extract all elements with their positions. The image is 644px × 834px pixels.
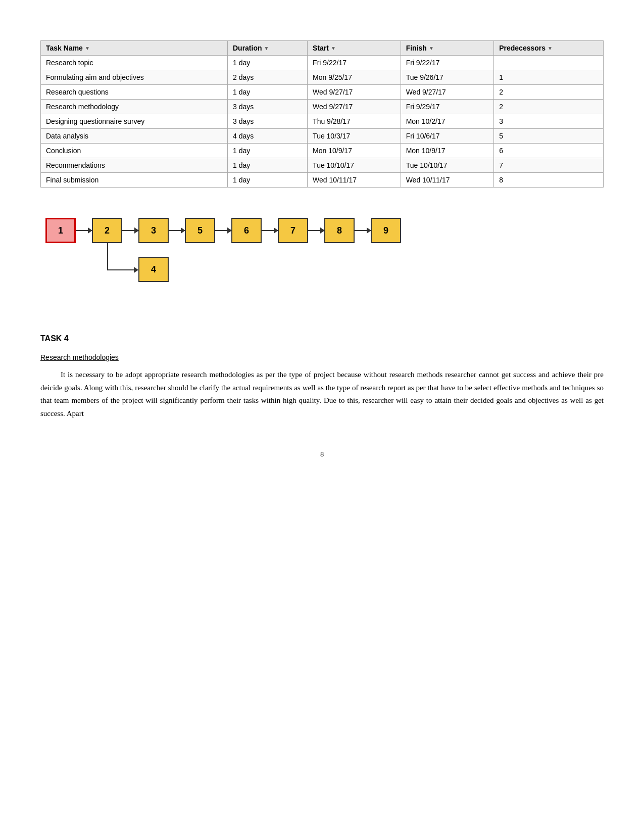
table-cell-start: Tue 10/10/17 — [308, 158, 401, 173]
table-cell-finish: Fri 9/22/17 — [401, 56, 494, 70]
table-cell-duration: 1 day — [227, 85, 307, 100]
table-cell-finish: Wed 9/27/17 — [401, 85, 494, 100]
table-cell-predecessors: 2 — [494, 85, 604, 100]
task-4-title: TASK 4 — [40, 334, 604, 343]
table-cell-predecessors: 8 — [494, 173, 604, 188]
table-cell-start: Wed 9/27/17 — [308, 85, 401, 100]
table-row: Designing questionnaire survey3 daysThu … — [41, 114, 604, 129]
network-node-8: 8 — [324, 218, 355, 243]
table-cell-task_name: Research methodology — [41, 100, 228, 114]
network-node-2: 2 — [92, 218, 122, 243]
table-cell-predecessors: 1 — [494, 70, 604, 85]
table-cell-finish: Mon 10/2/17 — [401, 114, 494, 129]
table-cell-predecessors: 6 — [494, 144, 604, 158]
branch-arrow-head — [134, 267, 138, 273]
sort-arrow-duration: ▼ — [264, 45, 269, 51]
table-cell-task_name: Research questions — [41, 85, 228, 100]
table-cell-finish: Tue 10/10/17 — [401, 158, 494, 173]
network-node-7: 7 — [278, 218, 308, 243]
network-node-1: 1 — [45, 218, 76, 243]
table-cell-start: Mon 9/25/17 — [308, 70, 401, 85]
sort-arrow-pred: ▼ — [548, 45, 553, 51]
table-cell-finish: Tue 9/26/17 — [401, 70, 494, 85]
table-cell-duration: 1 day — [227, 173, 307, 188]
table-cell-duration: 1 day — [227, 144, 307, 158]
table-cell-predecessors: 3 — [494, 114, 604, 129]
task-table: Task Name ▼ Duration ▼ Start ▼ — [40, 40, 604, 188]
table-header-row: Task Name ▼ Duration ▼ Start ▼ — [41, 41, 604, 56]
table-cell-task_name: Formulating aim and objectives — [41, 70, 228, 85]
table-row: Formulating aim and objectives2 daysMon … — [41, 70, 604, 85]
task-4-section: TASK 4 Research methodologies It is nece… — [40, 334, 604, 420]
network-diagram: 1 2 3 5 6 — [40, 203, 604, 304]
network-node-5: 5 — [185, 218, 215, 243]
table-cell-task_name: Final submission — [41, 173, 228, 188]
table-cell-start: Fri 9/22/17 — [308, 56, 401, 70]
arrow-1-2 — [76, 230, 92, 231]
table-row: Research methodology3 daysWed 9/27/17Fri… — [41, 100, 604, 114]
table-cell-predecessors — [494, 56, 604, 70]
arrow-6-7 — [262, 230, 278, 231]
sort-arrow-finish: ▼ — [429, 45, 434, 51]
table-cell-start: Mon 10/9/17 — [308, 144, 401, 158]
th-predecessors[interactable]: Predecessors ▼ — [494, 41, 604, 56]
table-cell-start: Thu 9/28/17 — [308, 114, 401, 129]
research-methodologies-subtitle: Research methodologies — [40, 353, 604, 361]
task-4-paragraph: It is necessary to be adopt appropriate … — [40, 368, 604, 420]
table-cell-duration: 3 days — [227, 114, 307, 129]
table-row: Research questions1 dayWed 9/27/17Wed 9/… — [41, 85, 604, 100]
task-4-body: It is necessary to be adopt appropriate … — [40, 368, 604, 420]
table-row: Research topic1 dayFri 9/22/17Fri 9/22/1… — [41, 56, 604, 70]
table-cell-task_name: Research topic — [41, 56, 228, 70]
th-start[interactable]: Start ▼ — [308, 41, 401, 56]
table-row: Conclusion1 dayMon 10/9/17Mon 10/9/176 — [41, 144, 604, 158]
table-row: Recommendations1 dayTue 10/10/17Tue 10/1… — [41, 158, 604, 173]
table-cell-task_name: Data analysis — [41, 129, 228, 144]
table-cell-task_name: Conclusion — [41, 144, 228, 158]
table-cell-start: Tue 10/3/17 — [308, 129, 401, 144]
network-node-4: 4 — [138, 257, 169, 282]
network-node-9: 9 — [371, 218, 401, 243]
table-cell-duration: 4 days — [227, 129, 307, 144]
arrow-5-6 — [215, 230, 231, 231]
table-cell-predecessors: 2 — [494, 100, 604, 114]
arrow-3-5 — [169, 230, 185, 231]
branch-horizontal-line — [107, 269, 135, 270]
table-cell-finish: Wed 10/11/17 — [401, 173, 494, 188]
table-cell-start: Wed 10/11/17 — [308, 173, 401, 188]
table-row: Final submission1 dayWed 10/11/17Wed 10/… — [41, 173, 604, 188]
th-task-name[interactable]: Task Name ▼ — [41, 41, 228, 56]
sort-arrow-start: ▼ — [331, 45, 336, 51]
table-cell-predecessors: 5 — [494, 129, 604, 144]
table-cell-finish: Mon 10/9/17 — [401, 144, 494, 158]
arrow-8-9 — [355, 230, 371, 231]
table-row: Data analysis4 daysTue 10/3/17Fri 10/6/1… — [41, 129, 604, 144]
table-cell-predecessors: 7 — [494, 158, 604, 173]
table-cell-duration: 1 day — [227, 158, 307, 173]
page-number: 8 — [40, 450, 604, 458]
table-cell-start: Wed 9/27/17 — [308, 100, 401, 114]
table-cell-task_name: Recommendations — [41, 158, 228, 173]
table-cell-duration: 1 day — [227, 56, 307, 70]
table-cell-duration: 2 days — [227, 70, 307, 85]
arrow-2-3 — [122, 230, 138, 231]
network-node-6: 6 — [231, 218, 262, 243]
table-cell-finish: Fri 10/6/17 — [401, 129, 494, 144]
arrow-7-8 — [308, 230, 324, 231]
th-finish[interactable]: Finish ▼ — [401, 41, 494, 56]
table-cell-finish: Fri 9/29/17 — [401, 100, 494, 114]
task-table-container: Task Name ▼ Duration ▼ Start ▼ — [40, 40, 604, 188]
table-cell-task_name: Designing questionnaire survey — [41, 114, 228, 129]
th-duration[interactable]: Duration ▼ — [227, 41, 307, 56]
branch-vertical-line — [107, 243, 108, 270]
network-node-3: 3 — [138, 218, 169, 243]
table-cell-duration: 3 days — [227, 100, 307, 114]
sort-arrow-task: ▼ — [85, 45, 90, 51]
